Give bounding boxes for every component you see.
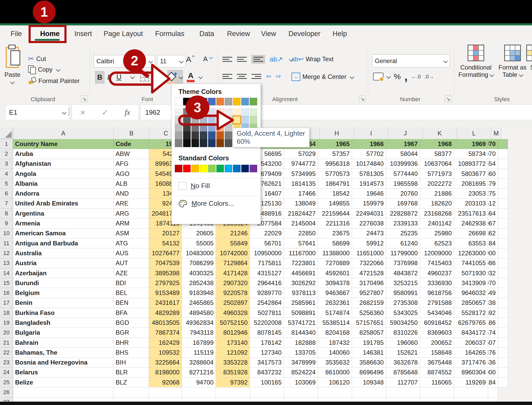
variant-swatch-r1-c8[interactable]: [241, 116, 249, 124]
variant-swatch-r0-c1[interactable]: [183, 108, 191, 116]
cell[interactable]: 2964416: [250, 278, 284, 288]
cell[interactable]: 164265: [454, 348, 488, 358]
cell[interactable]: 169768: [386, 199, 420, 209]
cell[interactable]: 1966: [352, 139, 386, 149]
cell[interactable]: Benin: [13, 298, 114, 308]
row-header-2[interactable]: 2: [0, 149, 13, 159]
cell[interactable]: 4894580: [182, 308, 216, 318]
cell[interactable]: Andorra: [13, 189, 114, 198]
cell[interactable]: Belgium: [13, 288, 114, 298]
cell[interactable]: [498, 338, 508, 348]
variant-swatch-r4-c0[interactable]: [175, 139, 182, 147]
column-header-J[interactable]: J: [388, 128, 423, 139]
cell[interactable]: 9527807: [352, 288, 386, 298]
shrink-font-button[interactable]: A: [203, 55, 212, 63]
cell[interactable]: 2912338: [488, 298, 498, 308]
cell[interactable]: 3717476: [454, 358, 488, 368]
cell[interactable]: 146381: [352, 348, 386, 358]
increase-indent-icon[interactable]: ⇨: [276, 73, 281, 80]
cell[interactable]: 52202008: [250, 318, 284, 328]
bold-button[interactable]: B: [95, 71, 104, 84]
theme-color-swatch-2[interactable]: [191, 98, 199, 105]
variant-swatch-r4-c4[interactable]: [208, 139, 216, 147]
cell[interactable]: 5771973: [420, 169, 454, 179]
cell[interactable]: 8610000: [318, 368, 352, 377]
variant-swatch-r2-c5[interactable]: [216, 124, 224, 132]
cell[interactable]: 55005: [182, 238, 216, 248]
cell[interactable]: 3760536: [488, 358, 498, 368]
standard-color-swatch-8[interactable]: [241, 165, 249, 172]
cell[interactable]: 8960304: [454, 368, 488, 377]
row-header-12[interactable]: 12: [0, 248, 13, 258]
format-painter-button[interactable]: Format Painter: [28, 77, 80, 85]
cell[interactable]: Azerbaijan: [13, 268, 114, 278]
row-header-19[interactable]: 19: [0, 318, 13, 328]
conditional-formatting-button[interactable]: Conditional Formatting: [457, 45, 495, 78]
cell[interactable]: 5434046: [420, 308, 454, 318]
cell[interactable]: [182, 387, 216, 397]
standard-color-swatch-0[interactable]: [175, 165, 182, 172]
cell[interactable]: 4030325: [182, 268, 216, 278]
cell[interactable]: [498, 238, 508, 248]
cell[interactable]: BEN: [114, 298, 149, 308]
cell[interactable]: 1965598: [386, 179, 420, 189]
cell[interactable]: 7270889: [318, 258, 352, 268]
cell[interactable]: AFG: [114, 159, 149, 169]
tab-view[interactable]: View: [256, 25, 281, 42]
column-header-L[interactable]: L: [457, 128, 491, 139]
row-header-21[interactable]: 21: [0, 338, 13, 348]
cell[interactable]: ABW: [114, 149, 149, 159]
cell[interactable]: 21246: [216, 229, 250, 238]
cell[interactable]: United Arab Emirates: [13, 199, 114, 209]
cell[interactable]: 5803677: [454, 169, 488, 179]
cell[interactable]: BIH: [114, 358, 149, 368]
cell[interactable]: 61240: [386, 238, 420, 248]
font-name-select[interactable]: Calibri: [94, 55, 155, 67]
variant-swatch-r1-c6[interactable]: [225, 116, 232, 124]
cell[interactable]: 9153489: [149, 288, 182, 298]
cell[interactable]: 2339133: [386, 218, 420, 228]
cell[interactable]: [498, 288, 508, 298]
tab-insert[interactable]: Insert: [70, 25, 97, 42]
cell[interactable]: 158648: [420, 348, 454, 358]
cell[interactable]: BGD: [114, 318, 149, 328]
cell[interactable]: 3479070: [488, 278, 498, 288]
cell[interactable]: 8204168: [318, 328, 352, 338]
cell[interactable]: 11173654: [488, 159, 498, 169]
cell[interactable]: 2135479: [488, 179, 498, 189]
cell[interactable]: 8144340: [284, 328, 318, 338]
row-header-18[interactable]: 18: [0, 308, 13, 318]
theme-color-swatch-4[interactable]: [208, 98, 216, 105]
cell[interactable]: 22494031: [352, 209, 386, 218]
row-header-7[interactable]: 7: [0, 199, 13, 209]
cell[interactable]: 182620: [420, 199, 454, 209]
row-header-1[interactable]: 1: [0, 139, 13, 149]
variant-swatch-r1-c9[interactable]: [250, 116, 257, 124]
cell[interactable]: 25980: [420, 229, 454, 238]
cell[interactable]: BHR: [114, 338, 149, 348]
cell[interactable]: 9040000: [488, 368, 498, 377]
paste-dropdown-icon[interactable]: [10, 80, 15, 84]
theme-color-swatch-7[interactable]: [233, 98, 241, 105]
variant-swatch-r0-c6[interactable]: [225, 108, 232, 116]
alignment-dialog-launcher-icon[interactable]: ↘: [359, 95, 366, 102]
cell[interactable]: 10399936: [386, 159, 420, 169]
cell[interactable]: 234512: [488, 199, 498, 209]
cell[interactable]: Albania: [13, 179, 114, 189]
cell[interactable]: [498, 189, 508, 198]
cell[interactable]: ASM: [114, 229, 149, 238]
cell[interactable]: 2682159: [352, 298, 386, 308]
tab-data[interactable]: Data: [194, 25, 220, 42]
cell[interactable]: 23675: [318, 229, 352, 238]
cell[interactable]: [498, 298, 508, 308]
variant-swatch-r0-c9[interactable]: [250, 108, 257, 116]
cell[interactable]: 10174840: [352, 159, 386, 169]
cell[interactable]: 59034250: [386, 318, 420, 328]
cell[interactable]: 7415403: [420, 258, 454, 268]
variant-swatch-r2-c3[interactable]: [200, 124, 207, 132]
cell[interactable]: 8434172: [454, 328, 488, 338]
cell[interactable]: [498, 169, 508, 179]
accounting-format-icon[interactable]: [373, 73, 383, 80]
variant-swatch-r3-c6[interactable]: [225, 132, 232, 139]
cell[interactable]: 9220578: [216, 288, 250, 298]
